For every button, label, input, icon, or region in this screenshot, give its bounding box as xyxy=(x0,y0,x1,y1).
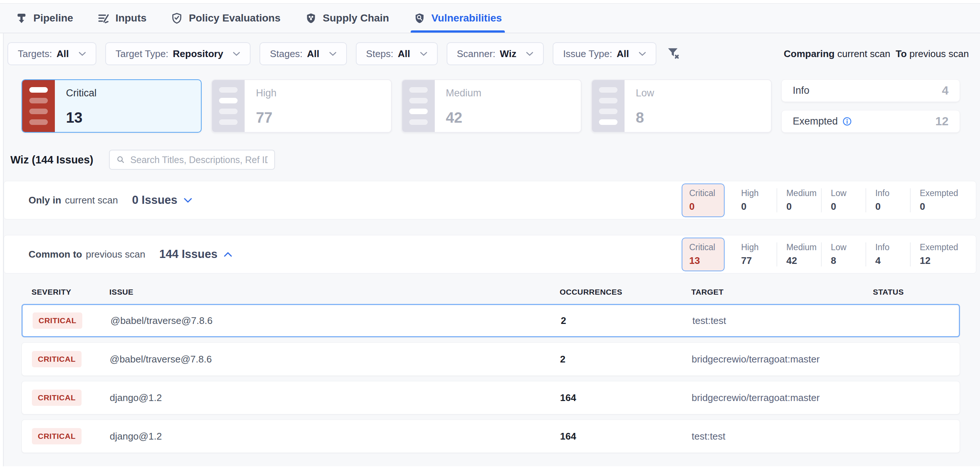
clear-filters-icon[interactable] xyxy=(666,46,680,62)
section-issues-toggle[interactable]: 0 Issues xyxy=(132,194,192,207)
comparing-label: Comparing xyxy=(784,48,835,59)
chevron-down-icon xyxy=(639,51,646,56)
severity-card-label: Medium xyxy=(446,87,482,99)
info-card[interactable]: Info 4 xyxy=(781,79,960,102)
chip-critical[interactable]: Critical 13 xyxy=(682,238,725,271)
column-status: STATUS xyxy=(873,288,947,297)
tab-label: Supply Chain xyxy=(323,12,389,24)
comparing-previous: previous scan xyxy=(910,48,969,59)
section-issues-count: 0 Issues xyxy=(132,194,177,207)
section-issues-toggle[interactable]: 144 Issues xyxy=(159,248,232,261)
filter-label: Targets: xyxy=(18,48,52,60)
chip-count: 77 xyxy=(741,255,776,267)
occurrences-value: 164 xyxy=(560,430,692,442)
issue-name: django@1.2 xyxy=(110,392,560,403)
only-in-current-scan-section: Only in current scan 0 Issues Critical 0… xyxy=(4,181,976,219)
chip-count: 0 xyxy=(689,201,717,212)
severity-card-high[interactable]: High 77 xyxy=(211,79,391,133)
chip-high[interactable]: High 77 xyxy=(732,242,776,267)
severity-card-medium[interactable]: Medium 42 xyxy=(401,79,582,133)
filter-stages[interactable]: Stages: All xyxy=(259,42,347,65)
filter-steps[interactable]: Steps: All xyxy=(356,42,438,65)
chip-label: High xyxy=(741,242,776,253)
issue-name: django@1.2 xyxy=(110,430,560,442)
chip-label: Low xyxy=(830,188,865,198)
tab-pipeline[interactable]: Pipeline xyxy=(16,4,73,33)
issue-name: @babel/traverse@7.8.6 xyxy=(110,354,560,365)
tab-bar: Pipeline Inputs Policy Evaluations Suppl… xyxy=(0,4,980,33)
filter-label: Steps: xyxy=(366,48,394,60)
chip-label: Exempted xyxy=(920,188,958,198)
chip-count: 0 xyxy=(875,201,910,212)
tab-vulnerabilities[interactable]: Vulnerabilities xyxy=(414,4,502,33)
severity-card-low[interactable]: Low 8 xyxy=(591,79,771,133)
filter-value: All xyxy=(57,48,69,60)
main-content: Targets: All Target Type: Repository Sta… xyxy=(3,33,980,466)
filter-label: Issue Type: xyxy=(563,48,612,60)
table-row[interactable]: CRITICAL @babel/traverse@7.8.6 2 bridgec… xyxy=(22,343,960,376)
chip-label: Medium xyxy=(786,242,821,253)
tab-policy-evaluations[interactable]: Policy Evaluations xyxy=(171,4,280,33)
chip-low[interactable]: Low 0 xyxy=(821,188,865,212)
info-exempted-column: Info 4 Exempted 12 xyxy=(781,79,960,133)
info-card-count: 4 xyxy=(942,84,948,97)
chip-count: 42 xyxy=(786,255,821,267)
inputs-icon xyxy=(97,12,109,24)
chip-label: Info xyxy=(875,242,910,253)
issue-search-box[interactable] xyxy=(109,150,275,170)
table-row[interactable]: CRITICAL django@1.2 164 test:test xyxy=(22,419,960,453)
severity-meter-icon xyxy=(22,80,55,132)
severity-meter-icon xyxy=(402,80,435,132)
chip-exempted[interactable]: Exempted 0 xyxy=(910,188,958,212)
severity-chips: Critical 13 High 77 Medium 42 Low 8 Info… xyxy=(682,238,958,271)
table-row[interactable]: CRITICAL django@1.2 164 bridgecrewio/ter… xyxy=(22,381,960,415)
filter-issue-type[interactable]: Issue Type: All xyxy=(553,42,656,65)
section-prefix: Common to xyxy=(29,249,82,260)
supply-chain-shield-icon xyxy=(305,12,317,24)
info-card-label: Info xyxy=(793,85,810,96)
comparing-current: current scan xyxy=(837,48,890,59)
severity-badge: CRITICAL xyxy=(32,351,81,367)
chip-high[interactable]: High 0 xyxy=(732,188,776,212)
chip-exempted[interactable]: Exempted 12 xyxy=(910,242,958,267)
chip-critical[interactable]: Critical 0 xyxy=(682,183,725,217)
occurrences-value: 2 xyxy=(560,354,692,365)
target-value: test:test xyxy=(692,430,873,442)
exempted-card-count: 12 xyxy=(935,114,948,128)
filter-scanner[interactable]: Scanner: Wiz xyxy=(447,42,544,65)
chip-medium[interactable]: Medium 0 xyxy=(776,188,821,212)
filter-target-type[interactable]: Target Type: Repository xyxy=(105,42,251,65)
exempted-card[interactable]: Exempted 12 xyxy=(781,110,960,133)
table-header: SEVERITY ISSUE OCCURRENCES TARGET STATUS xyxy=(22,273,960,304)
tab-supply-chain[interactable]: Supply Chain xyxy=(305,4,389,33)
vulnerabilities-shield-search-icon xyxy=(414,12,425,24)
chip-low[interactable]: Low 8 xyxy=(821,242,865,267)
chevron-down-icon xyxy=(329,51,337,56)
chip-count: 0 xyxy=(830,201,865,212)
severity-card-critical[interactable]: Critical 13 xyxy=(22,79,202,133)
filter-targets[interactable]: Targets: All xyxy=(7,42,96,65)
chip-label: High xyxy=(741,188,776,198)
search-input[interactable] xyxy=(130,154,267,165)
tab-inputs[interactable]: Inputs xyxy=(97,4,146,33)
filter-value: All xyxy=(398,48,410,60)
severity-card-count: 13 xyxy=(66,110,97,126)
window-top-strip xyxy=(0,0,980,4)
column-target: TARGET xyxy=(691,288,873,297)
tab-label: Pipeline xyxy=(33,12,73,24)
tab-label: Policy Evaluations xyxy=(189,12,280,24)
severity-card-label: High xyxy=(256,87,277,99)
chevron-down-icon xyxy=(526,51,533,56)
tab-label: Vulnerabilities xyxy=(431,12,502,24)
severity-cards-row: Critical 13 High 77 Medium 42 xyxy=(4,71,980,133)
table-row[interactable]: CRITICAL @babel/traverse@7.8.6 2 test:te… xyxy=(22,304,960,337)
chip-medium[interactable]: Medium 42 xyxy=(776,242,821,267)
chip-info[interactable]: Info 4 xyxy=(865,242,910,267)
severity-chips: Critical 0 High 0 Medium 0 Low 0 Info 0 … xyxy=(682,183,958,217)
info-icon[interactable] xyxy=(842,116,852,126)
pipeline-icon xyxy=(16,12,27,24)
chip-info[interactable]: Info 0 xyxy=(865,188,910,212)
severity-card-count: 42 xyxy=(446,110,482,126)
chip-count: 12 xyxy=(920,255,958,267)
chevron-down-icon xyxy=(420,51,427,56)
